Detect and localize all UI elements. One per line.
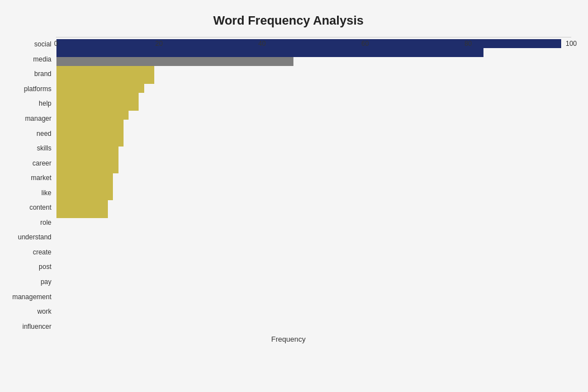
y-label: post (39, 261, 51, 273)
bar (56, 200, 108, 209)
bar-row (56, 182, 571, 191)
bar-row (56, 102, 571, 111)
bar (56, 111, 129, 120)
y-label: content (30, 201, 51, 214)
bar-row (56, 75, 571, 84)
y-label: management (12, 291, 51, 303)
x-tick-label: 40 (258, 40, 265, 48)
bar-row (56, 209, 571, 218)
y-label: career (32, 157, 51, 169)
bar-row (56, 173, 571, 182)
bar-row (56, 84, 571, 93)
bar (56, 120, 124, 129)
bar-row (56, 129, 571, 138)
bar (56, 138, 124, 147)
y-label: social (34, 38, 51, 50)
y-label: pay (41, 276, 51, 288)
bar (56, 164, 118, 173)
bar (56, 75, 154, 84)
bar-row (56, 164, 571, 173)
bar (56, 191, 113, 200)
y-label: skills (37, 142, 51, 154)
bar (56, 84, 144, 93)
bar (56, 155, 118, 164)
bar (56, 209, 108, 218)
y-label: understand (18, 231, 51, 243)
bar (56, 57, 293, 66)
y-label: like (41, 187, 51, 199)
bar-row (56, 138, 571, 147)
y-label: influencer (22, 320, 51, 333)
bar-row (56, 191, 571, 200)
bar (56, 66, 154, 75)
y-label: platforms (24, 83, 51, 95)
bar-row (56, 111, 571, 120)
bar (56, 182, 113, 191)
x-tick-label: 100 (566, 40, 577, 48)
bar (56, 147, 118, 155)
bar-row (56, 93, 571, 102)
y-label: need (36, 127, 51, 140)
bar-row (56, 57, 571, 66)
y-label: create (33, 246, 51, 258)
bar-row (56, 155, 571, 164)
chart-container: Word Frequency Analysis socialmediabrand… (0, 0, 588, 392)
x-tick-label: 60 (362, 40, 369, 48)
bar (56, 129, 124, 138)
bar-row (56, 147, 571, 155)
chart-title: Word Frequency Analysis (6, 11, 571, 28)
bar (56, 102, 139, 111)
y-label: market (31, 172, 51, 184)
y-label: media (33, 53, 51, 65)
y-label: brand (34, 68, 51, 80)
bar (56, 173, 113, 182)
y-axis: socialmediabrandplatformshelpmanagerneed… (6, 37, 56, 334)
y-label: manager (25, 112, 51, 125)
x-tick-label: 20 (155, 40, 163, 48)
bar (56, 93, 139, 102)
y-label: help (39, 97, 51, 110)
bar-row (56, 200, 571, 209)
x-axis-title: Frequency (6, 335, 571, 343)
y-label: role (40, 216, 51, 229)
x-tick-label: 0 (54, 40, 58, 48)
bar-row (56, 66, 571, 75)
x-tick-label: 80 (464, 40, 472, 48)
bar-row (56, 120, 571, 129)
y-label: work (37, 305, 51, 318)
